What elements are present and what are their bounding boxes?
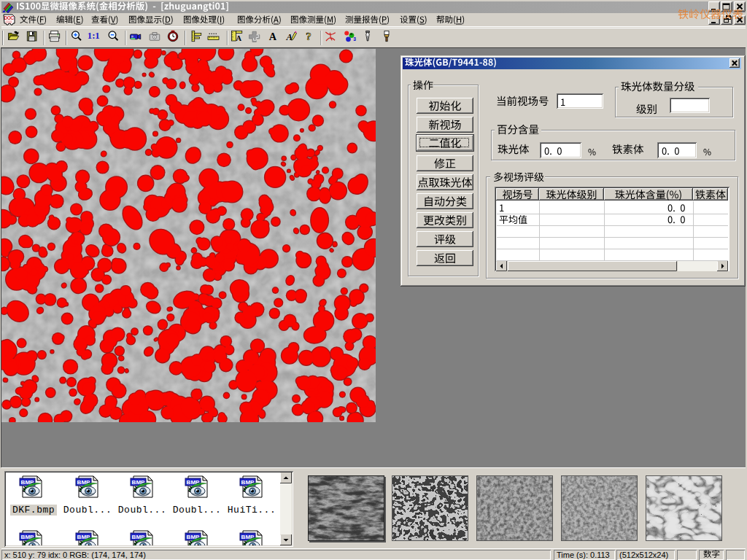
svg-text:A: A — [269, 31, 277, 42]
svg-text:1:1: 1:1 — [88, 31, 100, 41]
svg-text:A: A — [285, 32, 293, 42]
svg-text:A: A — [236, 34, 241, 42]
svg-text:DOC: DOC — [4, 15, 15, 20]
svg-text:3: 3 — [353, 36, 356, 42]
svg-text:?: ? — [306, 31, 311, 42]
